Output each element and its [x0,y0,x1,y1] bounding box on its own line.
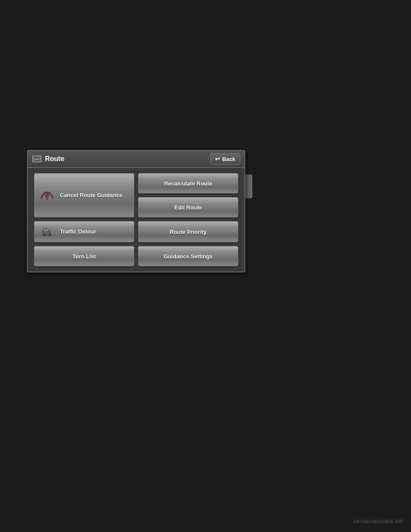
title-left: MAP Route [32,155,64,163]
cancel-route-button[interactable]: Cancel Route Guidance [34,173,134,218]
traffic-detour-label: Traffic Detour [60,228,96,236]
traffic-detour-icon [39,224,56,239]
svg-rect-6 [44,229,49,232]
cancel-route-label: Cancel Route Guidance [60,192,122,199]
guidance-settings-button[interactable]: Guidance Settings [138,246,238,266]
edit-route-button[interactable]: Edit Route [138,197,238,218]
guidance-settings-label: Guidance Settings [164,253,212,260]
back-arrow-icon: ↩ [215,155,220,162]
route-icon: MAP [32,155,42,162]
cancel-route-icon [39,188,56,203]
side-tab [245,175,252,198]
route-priority-label: Route Priority [170,229,207,235]
dialog-content: Cancel Route Guidance Recalculate Route … [28,168,244,272]
turn-list-button[interactable]: Turn List [34,246,134,266]
recalculate-route-button[interactable]: Recalculate Route [138,173,238,194]
edit-route-label: Edit Route [174,204,202,211]
route-dialog: MAP Route ↩ Back Cancel Ro [27,150,245,272]
traffic-detour-button[interactable]: Traffic Detour [34,221,134,242]
route-priority-button[interactable]: Route Priority [138,221,238,242]
recalculate-route-label: Recalculate Route [164,180,212,187]
dialog-title-bar: MAP Route ↩ Back [28,151,244,168]
svg-point-7 [43,234,45,236]
dialog-title: Route [45,155,64,163]
back-button[interactable]: ↩ Back [210,153,240,164]
turn-list-label: Turn List [72,253,96,260]
watermark: carmanualsonline.info [353,518,403,524]
svg-point-8 [49,234,51,236]
back-button-label: Back [222,156,235,162]
svg-text:MAP: MAP [34,158,41,161]
